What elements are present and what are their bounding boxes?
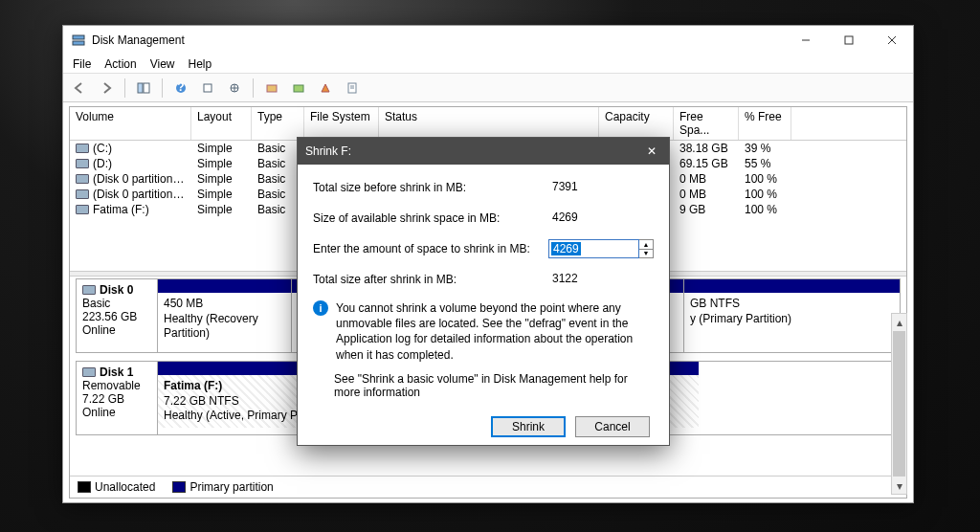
menubar: File Action View Help [63,55,913,74]
shrink-dialog: Shrink F: ✕ Total size before shrink in … [297,137,670,446]
action1-icon[interactable] [261,78,282,99]
drive-icon [76,205,89,214]
action2-icon[interactable] [288,78,309,99]
titlebar[interactable]: Disk Management [63,26,913,55]
list-header: Volume Layout Type File System Status Ca… [70,107,906,141]
spin-down-icon[interactable]: ▼ [639,250,653,258]
show-tree-icon[interactable] [133,78,154,99]
app-icon [71,33,86,48]
svg-rect-6 [138,83,143,93]
col-layout[interactable]: Layout [191,107,252,140]
disk-1-label: Disk 1 Removable 7.22 GB Online [77,362,158,434]
col-status[interactable]: Status [379,107,599,140]
forward-icon[interactable] [96,78,117,99]
toolbar: ? [63,74,913,102]
spinner-buttons[interactable]: ▲▼ [639,239,654,258]
help-text: See "Shrink a basic volume" in Disk Mana… [334,372,654,399]
action3-icon[interactable] [315,78,336,99]
svg-rect-0 [73,35,84,39]
shrink-amount-input[interactable]: 4269 [548,239,639,258]
legend-unallocated: Unallocated [95,480,155,494]
col-free[interactable]: Free Spa... [674,107,739,140]
total-after-value: 3122 [548,270,654,289]
svg-text:?: ? [177,82,184,94]
drive-icon [76,144,89,153]
rescan-icon[interactable] [224,78,245,99]
spin-up-icon[interactable]: ▲ [639,240,653,250]
disk-0-label: Disk 0 Basic 223.56 GB Online [77,279,158,352]
svg-rect-1 [73,41,84,45]
total-before-label: Total size before shrink in MB: [313,181,548,194]
svg-rect-3 [845,36,853,44]
properties-icon[interactable] [342,78,363,99]
drive-icon [76,159,89,168]
dialog-title: Shrink F: [305,144,642,158]
info-text: You cannot shrink a volume beyond the po… [336,300,654,363]
disk0-part3[interactable]: GB NTFS y (Primary Partition) [684,279,900,352]
cancel-button[interactable]: Cancel [575,416,650,437]
total-after-label: Total size after shrink in MB: [313,273,548,286]
close-button[interactable] [870,26,913,55]
menu-view[interactable]: View [145,55,181,73]
col-volume[interactable]: Volume [70,107,191,140]
scroll-down-icon[interactable]: ▾ [892,477,906,494]
col-capacity[interactable]: Capacity [599,107,674,140]
scroll-up-icon[interactable]: ▴ [892,314,906,330]
vertical-scrollbar[interactable]: ▴ ▾ [891,313,907,495]
legend-primary: Primary partition [189,480,273,494]
info-icon: i [313,300,328,316]
col-type[interactable]: Type [252,107,304,140]
maximize-button[interactable] [827,26,870,55]
total-before-value: 7391 [548,178,654,197]
legend: Unallocated Primary partition [70,476,906,498]
drive-icon [76,174,89,184]
dialog-titlebar[interactable]: Shrink F: ✕ [298,138,669,165]
col-fs[interactable]: File System [304,107,379,140]
drive-icon [76,189,89,199]
menu-help[interactable]: Help [183,55,218,73]
refresh-icon[interactable] [197,78,218,99]
menu-file[interactable]: File [67,55,97,73]
disk0-part0[interactable]: 450 MB Healthy (Recovery Partition) [158,279,292,352]
minimize-button[interactable] [784,26,827,55]
svg-rect-14 [267,85,277,92]
back-icon[interactable] [69,78,90,99]
avail-value: 4269 [548,209,654,228]
col-pctfree[interactable]: % Free [739,107,791,140]
avail-label: Size of available shrink space in MB: [313,211,548,225]
dialog-close-icon[interactable]: ✕ [642,144,661,158]
help-icon[interactable]: ? [170,78,191,99]
menu-action[interactable]: Action [99,55,142,73]
enter-amount-label: Enter the amount of space to shrink in M… [313,242,548,255]
shrink-button[interactable]: Shrink [491,416,566,437]
svg-rect-7 [144,83,149,93]
svg-rect-10 [204,84,212,92]
svg-rect-15 [294,85,303,92]
scroll-thumb[interactable] [893,331,905,477]
window-title: Disk Management [92,33,784,47]
